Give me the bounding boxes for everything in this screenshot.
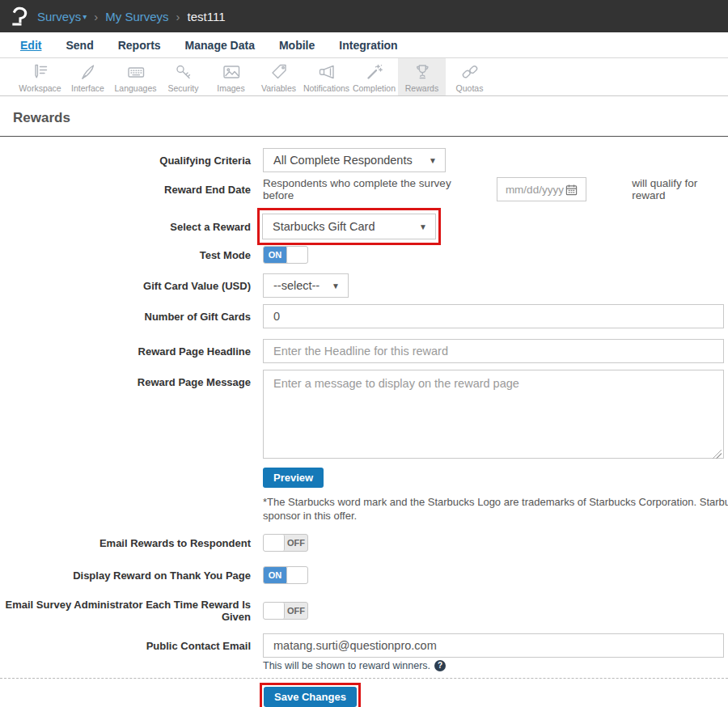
toolbar-label: Rewards [405, 83, 438, 93]
main-tabs: Edit Send Reports Manage Data Mobile Int… [0, 32, 728, 58]
starbucks-disclaimer: *The Starbucks word mark and the Starbuc… [263, 496, 728, 523]
toolbar-item-languages[interactable]: Languages [112, 58, 159, 95]
end-date-prefix-text: Respondents who complete the survey befo… [263, 177, 472, 201]
workspace-icon [31, 62, 50, 82]
toolbar-label: Completion [353, 83, 396, 93]
breadcrumb: Surveys ▾ › My Surveys › test111 [37, 10, 226, 23]
toggle-knob [286, 567, 307, 583]
test-mode-toggle[interactable]: ON [263, 246, 308, 264]
toolbar-item-variables[interactable]: Variables [255, 58, 303, 95]
number-of-gift-cards-input[interactable] [263, 304, 724, 328]
contact-email-helper: This will be shown to reward winners. ? [263, 660, 728, 671]
test-mode-row: Test Mode ON [0, 246, 728, 264]
resize-grip-icon[interactable] [713, 450, 722, 459]
end-date-suffix-text: will qualify for reward [632, 177, 728, 201]
reward-page-headline-input[interactable] [263, 339, 724, 363]
save-row: Save Changes [260, 683, 728, 707]
reward-page-message-label: Reward Page Message [0, 370, 251, 388]
toggle-knob [264, 603, 285, 619]
preview-row: Preview [263, 468, 728, 488]
toolbar-item-notifications[interactable]: Notifications [303, 58, 350, 95]
annotation-highlight-box: Starbucks Gift Card ▼ [257, 208, 441, 245]
help-question-icon[interactable]: ? [434, 660, 446, 671]
tab-edit[interactable]: Edit [20, 39, 41, 52]
qualifying-criteria-value: All Complete Respondents [273, 154, 413, 167]
toggle-state-label: OFF [285, 603, 307, 619]
interface-icon [78, 62, 98, 82]
helper-text: This will be shown to reward winners. [263, 660, 430, 671]
select-reward-select[interactable]: Starbucks Gift Card ▼ [262, 214, 436, 239]
tab-send[interactable]: Send [66, 39, 93, 52]
toolbar-label: Workspace [19, 83, 61, 93]
questionpro-logo[interactable] [11, 6, 28, 27]
toolbar-label: Images [217, 83, 244, 93]
rewards-icon [413, 62, 432, 82]
toolbar-label: Variables [261, 83, 296, 93]
completion-icon [365, 62, 384, 82]
toolbar-item-quotas[interactable]: Quotas [446, 58, 493, 95]
toolbar-item-completion[interactable]: Completion [350, 58, 398, 95]
display-reward-toggle[interactable]: ON [263, 566, 308, 584]
reward-end-date-input[interactable] [497, 184, 565, 196]
dropdown-caret-icon: ▼ [332, 282, 340, 290]
breadcrumb-separator: › [94, 10, 98, 23]
breadcrumb-my-surveys-label: My Surveys [105, 10, 168, 23]
security-icon [174, 62, 193, 82]
breadcrumb-survey-name: test111 [188, 10, 226, 23]
email-rewards-row: Email Rewards to Respondent OFF [0, 534, 728, 552]
select-reward-label: Select a Reward [0, 221, 251, 233]
tab-integration[interactable]: Integration [339, 39, 397, 52]
save-changes-button[interactable]: Save Changes [264, 687, 357, 707]
public-contact-email-row: Public Contact Email [0, 633, 728, 658]
edit-toolbar: Workspace Interface Languages Security I… [0, 58, 728, 96]
disclaimer-line-1: *The Starbucks word mark and the Starbuc… [263, 496, 728, 510]
rewards-form: Qualifying Criteria All Complete Respond… [0, 137, 728, 707]
languages-icon [126, 62, 146, 82]
tab-manage-data[interactable]: Manage Data [185, 39, 255, 52]
annotation-highlight-box: Save Changes [260, 683, 361, 707]
disclaimer-line-2: sponsor in this offer. [263, 510, 728, 523]
email-rewards-label: Email Rewards to Respondent [0, 537, 251, 549]
toolbar-item-interface[interactable]: Interface [64, 58, 112, 95]
email-admin-toggle[interactable]: OFF [263, 602, 308, 620]
qualifying-criteria-label: Qualifying Criteria [0, 155, 251, 167]
page-title: Rewards [13, 110, 728, 126]
toggle-state-label: ON [264, 567, 286, 583]
test-mode-label: Test Mode [0, 249, 251, 261]
display-reward-label: Display Reward on Thank You Page [0, 569, 251, 582]
email-admin-label: Email Survey Administrator Each Time Rew… [0, 599, 251, 623]
gift-card-value-row: Gift Card Value (USD) --select-- ▼ [0, 273, 728, 298]
reward-page-headline-row: Reward Page Headline [0, 339, 728, 363]
toolbar-label: Quotas [456, 83, 484, 93]
preview-button[interactable]: Preview [263, 468, 324, 488]
breadcrumb-surveys-label: Surveys [37, 10, 81, 23]
gift-card-value-value: --select-- [273, 279, 320, 292]
gift-card-value-select[interactable]: --select-- ▼ [263, 273, 349, 298]
breadcrumb-my-surveys[interactable]: My Surveys [105, 10, 168, 23]
toolbar-item-security[interactable]: Security [159, 58, 207, 95]
calendar-icon[interactable] [565, 184, 578, 196]
toolbar-label: Interface [71, 83, 104, 93]
tab-reports[interactable]: Reports [118, 39, 161, 52]
select-reward-row: Select a Reward Starbucks Gift Card ▼ [0, 208, 728, 245]
reward-end-date-input-wrap [497, 177, 586, 201]
breadcrumb-surveys[interactable]: Surveys ▾ [37, 10, 87, 23]
tab-mobile[interactable]: Mobile [279, 39, 315, 52]
public-contact-email-input[interactable] [263, 633, 724, 658]
select-reward-value: Starbucks Gift Card [273, 220, 375, 233]
toggle-knob [286, 247, 307, 263]
email-rewards-toggle[interactable]: OFF [263, 534, 308, 552]
top-bar: Surveys ▾ › My Surveys › test111 [0, 0, 728, 32]
toolbar-item-rewards[interactable]: Rewards [398, 58, 446, 95]
toolbar-item-workspace[interactable]: Workspace [16, 58, 64, 95]
notifications-icon [317, 62, 336, 82]
reward-page-headline-label: Reward Page Headline [0, 345, 251, 358]
dropdown-caret-icon: ▼ [419, 222, 427, 231]
toolbar-label: Security [168, 83, 199, 93]
toolbar-label: Languages [115, 83, 157, 93]
reward-end-date-label: Reward End Date [0, 184, 251, 196]
toggle-state-label: OFF [285, 535, 307, 551]
qualifying-criteria-select[interactable]: All Complete Respondents ▼ [263, 148, 446, 172]
reward-page-message-textarea[interactable] [263, 370, 724, 459]
toolbar-item-images[interactable]: Images [207, 58, 255, 95]
